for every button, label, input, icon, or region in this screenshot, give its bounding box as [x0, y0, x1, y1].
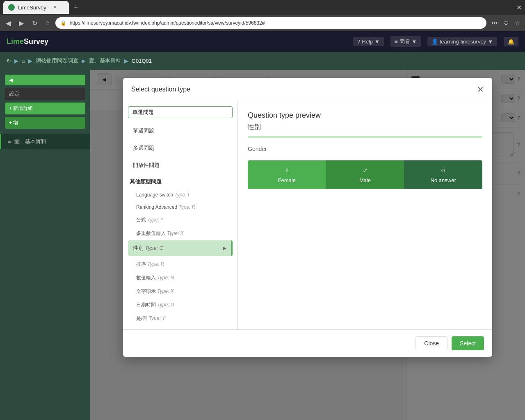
sidebar-group-item[interactable]: ≡ 壹、基本資料	[0, 134, 90, 149]
tab-title: LimeSurvey	[18, 5, 46, 11]
notification-button[interactable]: 🔔	[504, 37, 518, 46]
browser-close-button[interactable]: ✕	[516, 4, 522, 11]
gender-female-button[interactable]: ♀ Female	[248, 160, 326, 189]
tab-bar: LimeSurvey ✕ + ✕	[0, 0, 525, 15]
list-item-datetime[interactable]: 日期時間 Type: D	[128, 298, 233, 312]
lock-icon: 🔒	[60, 20, 66, 26]
survey-icon: ≡	[395, 39, 398, 45]
modal-footer: Close Select	[123, 329, 492, 357]
breadcrumb: ↻ ▶ ⌂ ▶ 網站使用問卷調查 ▶ 壹、基本資料 ▶ G01Q01	[0, 52, 525, 70]
no-answer-symbol: ○	[441, 166, 445, 175]
list-item-yes-no[interactable]: 是/否 Type: Y	[128, 312, 233, 325]
select-button[interactable]: Select	[452, 336, 484, 350]
active-tab[interactable]: LimeSurvey ✕	[3, 1, 69, 14]
modal-select-question-type: Select question type ✕ 單選問題 多選問題 開放性問題 其…	[123, 78, 492, 357]
male-symbol: ♂	[362, 166, 368, 175]
modal-header: Select question type ✕	[123, 78, 492, 101]
list-item-single[interactable]: 單選問題	[128, 123, 233, 139]
sidebar-actions: ◀ 設定 + 新增群組 + 增	[0, 70, 90, 134]
preview-area: Question type preview 性別 Gender ♀ Female…	[238, 101, 492, 329]
list-item-ranking[interactable]: 排序 Type: R	[128, 258, 233, 271]
female-label: Female	[278, 177, 296, 183]
help-icon: ?	[357, 39, 360, 45]
user-button[interactable]: 👤 learning-limesurvey ▼	[427, 37, 497, 46]
forward-button[interactable]: ▶	[16, 18, 26, 29]
list-item-num-input[interactable]: 數值輸入 Type: N	[128, 271, 233, 285]
question-type-list: 單選問題 多選問題 開放性問題 其他類型問題 Language switch T…	[123, 101, 238, 329]
list-item-lang-switch[interactable]: Language switch Type: I	[128, 189, 233, 201]
add-item-button[interactable]: + 增	[5, 117, 85, 129]
breadcrumb-current: G01Q01	[132, 58, 152, 64]
gender-male-button[interactable]: ♂ Male	[326, 160, 404, 189]
preview-question-label: Gender	[248, 146, 482, 152]
gender-options: ♀ Female ♂ Male ○ No answer	[248, 160, 482, 189]
toggle-sidebar-button[interactable]: ◀	[5, 75, 85, 85]
modal-close-button[interactable]: ✕	[477, 84, 484, 94]
app-logo: LimeSurvey	[7, 37, 48, 46]
list-item-text-display[interactable]: 文字顯示 Type: X	[128, 285, 233, 298]
home-button[interactable]: ⌂	[43, 18, 52, 28]
group-item-icon: ≡	[8, 139, 11, 145]
list-item-multi-num[interactable]: 多重數值輸入 Type: K	[128, 227, 233, 240]
list-item-formula[interactable]: 公式 Type: *	[128, 213, 233, 227]
favicon	[8, 4, 15, 11]
more-options-icon[interactable]: •••	[490, 18, 499, 28]
url-text: https://limesurvey.imacat.idv.tw/index.p…	[70, 20, 265, 26]
refresh-button[interactable]: ↻	[30, 18, 40, 29]
survey-dropdown-icon: ▼	[412, 39, 417, 45]
list-item-gender[interactable]: 性別 Type: G ▶	[128, 240, 233, 256]
user-dropdown-icon: ▼	[488, 39, 493, 45]
female-symbol: ♀	[284, 166, 290, 175]
list-section-other: 其他類型問題	[128, 175, 233, 187]
breadcrumb-survey[interactable]: 網站使用問卷調查	[36, 57, 78, 64]
content-area: ◀ Save and add group + 儲存並新增問題 ▶ ?	[90, 70, 525, 420]
search-input[interactable]	[128, 106, 233, 118]
header-actions: ? Help ▼ ≡ 問卷 ▼ 👤 learning-limesurvey ▼ …	[353, 36, 518, 47]
app-header: LimeSurvey ? Help ▼ ≡ 問卷 ▼ 👤 learning-li…	[0, 31, 525, 52]
help-button[interactable]: ? Help ▼	[353, 37, 384, 46]
preview-subtitle: 性別	[248, 123, 482, 132]
active-item-chevron: ▶	[223, 245, 226, 251]
home-icon: ⌂	[22, 58, 25, 64]
browser-chrome: LimeSurvey ✕ + ✕ ◀ ▶ ↻ ⌂ 🔒 https://limes…	[0, 0, 525, 31]
toolbar-icons: ••• 🛡 ☆	[490, 18, 522, 28]
male-label: Male	[359, 177, 371, 183]
settings-tab[interactable]: 設定	[5, 88, 85, 100]
user-icon: 👤	[431, 39, 438, 45]
address-bar[interactable]: 🔒 https://limesurvey.imacat.idv.tw/index…	[55, 17, 487, 29]
list-item-open[interactable]: 開放性問題	[128, 158, 233, 173]
new-tab-button[interactable]: +	[71, 3, 82, 12]
add-group-button[interactable]: + 新增群組	[5, 103, 85, 114]
shield-icon[interactable]: 🛡	[502, 18, 511, 28]
browser-toolbar: ◀ ▶ ↻ ⌂ 🔒 https://limesurvey.imacat.idv.…	[0, 15, 525, 31]
help-dropdown-icon: ▼	[374, 39, 380, 45]
main-layout: ◀ 設定 + 新增群組 + 增 ≡ 壹、基本資料 ◀ Save and add …	[0, 70, 525, 420]
gender-no-answer-button[interactable]: ○ No answer	[404, 160, 482, 189]
star-icon[interactable]: ☆	[513, 18, 522, 28]
list-item-multi[interactable]: 多選問題	[128, 140, 233, 156]
no-answer-label: No answer	[431, 177, 456, 183]
close-tab-button[interactable]: ✕	[53, 5, 57, 10]
list-item-ranking-adv[interactable]: Ranking Advanced Type: R	[128, 201, 233, 213]
preview-divider	[248, 137, 482, 137]
back-button[interactable]: ◀	[3, 18, 13, 29]
breadcrumb-home[interactable]: ⌂	[22, 58, 25, 64]
close-button[interactable]: Close	[415, 336, 447, 350]
breadcrumb-group[interactable]: 壹、基本資料	[89, 57, 121, 64]
preview-title: Question type preview	[248, 111, 482, 120]
modal-overlay: Select question type ✕ 單選問題 多選問題 開放性問題 其…	[90, 70, 525, 420]
modal-title: Select question type	[131, 86, 190, 93]
breadcrumb-refresh-icon[interactable]: ↻	[7, 58, 11, 64]
modal-body: 單選問題 多選問題 開放性問題 其他類型問題 Language switch T…	[123, 101, 492, 329]
survey-button[interactable]: ≡ 問卷 ▼	[390, 36, 421, 47]
sidebar: ◀ 設定 + 新增群組 + 增 ≡ 壹、基本資料	[0, 70, 90, 420]
